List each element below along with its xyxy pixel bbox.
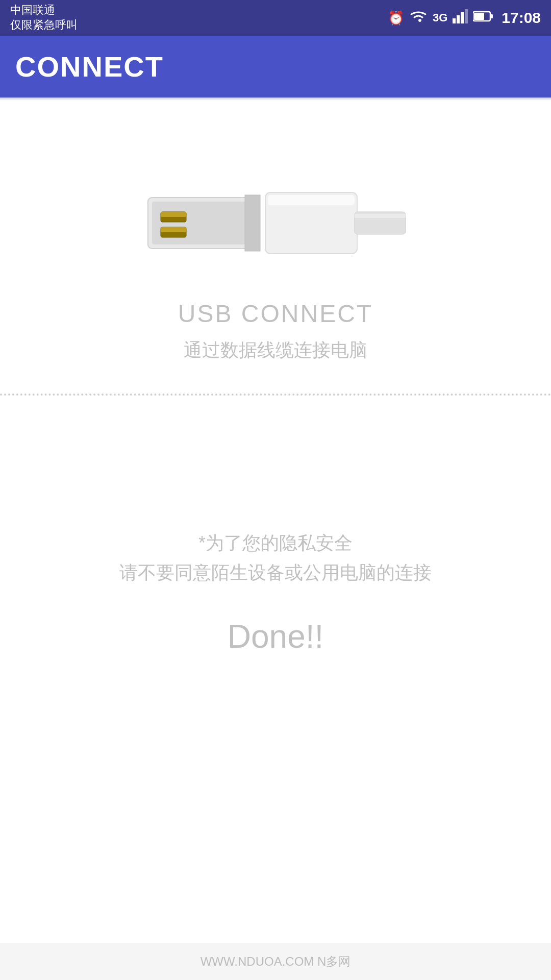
svg-rect-2 [461, 12, 464, 23]
usb-connect-title: USB CONNECT [178, 300, 373, 328]
status-icons: ⏰ 3G 17:08 [388, 9, 541, 27]
svg-rect-6 [474, 13, 484, 20]
svg-rect-3 [465, 9, 468, 23]
main-content: USB CONNECT 通过数据线缆连接电脑 *为了您的隐私安全 请不要同意陌生… [0, 101, 551, 943]
svg-rect-5 [490, 14, 493, 18]
usb-cable-illustration [143, 162, 408, 274]
privacy-section: *为了您的隐私安全 请不要同意陌生设备或公用电脑的连接 Done!! [0, 498, 551, 686]
app-bar: CONNECT [0, 36, 551, 97]
signal-bars-icon [453, 9, 468, 27]
svg-rect-13 [161, 227, 186, 232]
svg-rect-1 [457, 15, 460, 23]
time-display: 17:08 [502, 9, 541, 27]
wifi-icon [409, 9, 428, 27]
status-bar: 中国联通 仅限紧急呼叫 ⏰ 3G [0, 0, 551, 36]
alarm-icon: ⏰ [388, 10, 404, 26]
svg-rect-9 [245, 195, 260, 251]
svg-rect-8 [152, 202, 246, 244]
page-title: CONNECT [15, 50, 536, 83]
privacy-text: *为了您的隐私安全 请不要同意陌生设备或公用电脑的连接 [119, 528, 432, 587]
emergency-only: 仅限紧急呼叫 [10, 18, 78, 33]
carrier-name: 中国联通 [10, 3, 78, 18]
usb-connect-subtitle: 通过数据线缆连接电脑 [184, 338, 367, 363]
signal-3g-icon: 3G [433, 11, 447, 24]
svg-rect-17 [355, 214, 406, 218]
svg-rect-15 [268, 195, 355, 205]
privacy-line2: 请不要同意陌生设备或公用电脑的连接 [119, 562, 432, 583]
wifi-section [0, 396, 551, 498]
done-label[interactable]: Done!! [228, 618, 324, 655]
usb-section: USB CONNECT 通过数据线缆连接电脑 [0, 101, 551, 394]
watermark: WWW.NDUOA.COM N多网 [0, 943, 551, 980]
privacy-line1: *为了您的隐私安全 [198, 532, 353, 553]
carrier-info: 中国联通 仅限紧急呼叫 [10, 3, 78, 32]
svg-rect-11 [161, 212, 186, 217]
svg-rect-0 [453, 18, 456, 23]
battery-icon [473, 10, 493, 26]
